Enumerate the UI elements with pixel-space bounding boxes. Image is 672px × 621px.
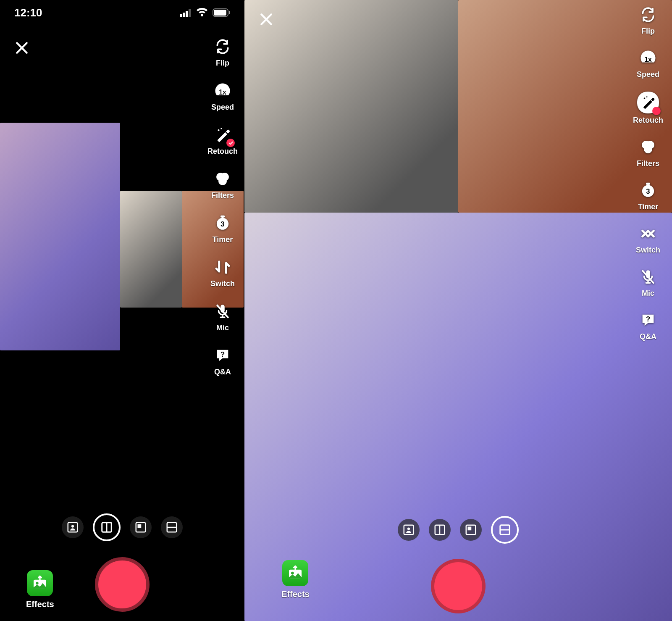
record-button-wrap [95, 557, 150, 612]
timer-icon: 3 [638, 181, 658, 200]
tool-label: Timer [638, 203, 659, 211]
record-button-wrap [431, 559, 486, 613]
close-icon [13, 39, 30, 56]
duet-source-pane-a [244, 0, 458, 213]
layout-pip[interactable] [460, 519, 482, 541]
svg-point-8 [218, 129, 219, 131]
retouch-icon [213, 125, 232, 145]
tool-filters[interactable]: Filters [211, 169, 234, 200]
tool-speed[interactable]: 1x Speed [211, 81, 234, 112]
effects-icon [282, 560, 308, 586]
cellular-icon [180, 8, 192, 17]
svg-rect-46 [468, 527, 472, 531]
tool-flip[interactable]: Flip [638, 5, 658, 36]
svg-rect-37 [647, 184, 648, 186]
layout-side-by-side[interactable] [429, 519, 451, 541]
camera-tools: Flip 1x Speed Retouch Filters 3 Timer [629, 5, 667, 341]
layout-pip[interactable] [130, 516, 152, 538]
effects-icon [27, 570, 53, 596]
record-button[interactable] [95, 557, 150, 612]
phone-left: 12:10 Flip 1x Speed [0, 0, 244, 621]
tool-label: Retouch [633, 116, 663, 125]
tool-label: Filters [637, 159, 659, 168]
close-button[interactable] [12, 38, 32, 58]
svg-point-42 [407, 527, 410, 530]
tool-qa[interactable]: ? Q&A [638, 310, 658, 341]
tool-label: Switch [636, 246, 660, 255]
tool-flip[interactable]: Flip [213, 37, 232, 68]
svg-rect-3 [189, 9, 191, 17]
retouch-icon [637, 92, 659, 113]
tool-label: Mic [216, 324, 229, 332]
camera-tools: Flip 1x Speed Retouch Filters [206, 37, 239, 376]
tool-speed[interactable]: 1x Speed [637, 48, 659, 79]
tool-retouch[interactable]: Retouch [207, 125, 238, 156]
phone-right: Flip 1x Speed Retouch Filters 3 Timer [244, 0, 672, 621]
tool-label: Flip [216, 59, 229, 68]
svg-point-20 [71, 525, 74, 527]
svg-point-9 [220, 128, 222, 129]
svg-rect-0 [180, 14, 182, 17]
qa-icon: ? [638, 310, 658, 330]
tool-label: Timer [213, 235, 233, 244]
tool-switch[interactable]: Switch [636, 224, 660, 255]
tool-label: Speed [637, 70, 659, 79]
effects-button[interactable]: Effects [26, 570, 54, 609]
tool-mic[interactable]: Mic [213, 302, 232, 332]
tool-label: Retouch [207, 147, 238, 156]
tool-label: Flip [641, 27, 655, 36]
svg-point-12 [218, 177, 227, 185]
svg-point-34 [644, 145, 652, 153]
layout-greenscreen[interactable] [398, 519, 420, 541]
effects-label: Effects [26, 600, 54, 609]
svg-text:3: 3 [646, 187, 650, 195]
status-bar: 12:10 [0, 0, 244, 25]
status-indicators [180, 8, 230, 17]
wifi-icon [196, 8, 208, 17]
tool-qa[interactable]: ? Q&A [213, 346, 232, 376]
qa-icon: ? [213, 346, 232, 365]
flip-icon [213, 37, 232, 56]
close-icon [258, 11, 275, 28]
tool-switch[interactable]: Switch [210, 258, 235, 288]
flip-icon [638, 5, 658, 24]
svg-text:1x: 1x [644, 56, 652, 63]
svg-point-31 [646, 96, 648, 97]
svg-rect-1 [183, 13, 185, 17]
tool-label: Mic [642, 289, 654, 298]
speed-icon: 1x [213, 81, 232, 100]
tool-filters[interactable]: Filters [637, 137, 659, 168]
tool-label: Q&A [214, 368, 231, 376]
mic-icon [638, 267, 658, 287]
svg-text:?: ? [646, 315, 650, 323]
layout-options [398, 516, 519, 544]
close-button[interactable] [256, 9, 276, 29]
camera-user-pane [0, 123, 120, 350]
tool-retouch[interactable]: Retouch [633, 92, 663, 125]
tool-timer[interactable]: 3 Timer [638, 181, 659, 211]
svg-rect-2 [186, 11, 188, 17]
switch-icon [638, 224, 658, 243]
tool-label: Filters [211, 191, 234, 200]
filters-icon [213, 169, 232, 189]
record-button[interactable] [431, 559, 486, 613]
mic-icon [213, 302, 232, 321]
svg-rect-5 [214, 10, 226, 16]
svg-text:1x: 1x [219, 89, 226, 96]
layout-top-bottom[interactable] [161, 516, 183, 538]
timer-icon: 3 [213, 213, 232, 233]
svg-text:3: 3 [220, 220, 224, 228]
speed-icon: 1x [638, 48, 658, 68]
layout-top-bottom[interactable] [491, 516, 519, 544]
tool-mic[interactable]: Mic [638, 267, 658, 298]
filters-icon [638, 137, 658, 157]
svg-point-30 [644, 97, 646, 99]
tool-timer[interactable]: 3 Timer [213, 213, 233, 244]
effects-label: Effects [281, 589, 310, 599]
tool-label: Q&A [640, 332, 656, 341]
layout-greenscreen[interactable] [62, 516, 84, 538]
svg-text:?: ? [220, 350, 225, 358]
layout-side-by-side[interactable] [93, 513, 121, 541]
effects-button[interactable]: Effects [281, 560, 310, 599]
svg-point-28 [36, 582, 39, 585]
